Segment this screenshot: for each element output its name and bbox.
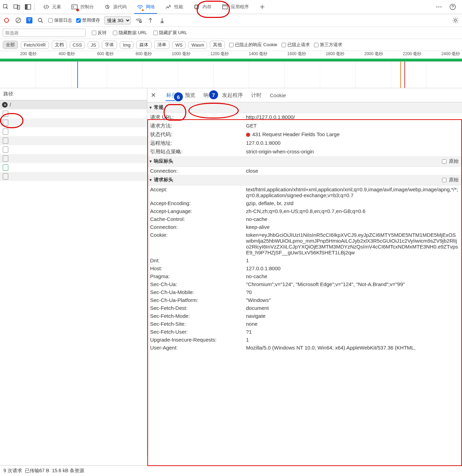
general-section-header[interactable]: ▼常规	[147, 102, 462, 113]
header-row: Sec-Fetch-User:?1	[147, 328, 462, 336]
response-headers-section[interactable]: ▼响应标头原始	[147, 156, 462, 167]
filter-row: 反转 隐藏数据 URL 隐藏扩展 URL	[0, 27, 462, 39]
detail-tabs: ✕ 标头 预览 响应 发起程序 计时 Cookie	[147, 88, 462, 102]
type-img[interactable]: Img	[120, 41, 134, 49]
status-resources: 15.6 kB 条资源	[52, 468, 84, 474]
third-party-checkbox[interactable]: 第三方请求	[314, 42, 342, 48]
tab-label: 内存	[203, 4, 212, 10]
download-har-icon[interactable]	[158, 17, 166, 24]
detail-tab-preview[interactable]: 预览	[184, 90, 196, 101]
svg-point-16	[454, 19, 456, 21]
svg-point-14	[38, 18, 42, 22]
application-icon	[221, 3, 229, 11]
tab-label: 网络	[146, 4, 155, 10]
detail-tab-cookies[interactable]: Cookie	[269, 90, 287, 100]
time-tick: 1800 毫秒	[308, 51, 347, 59]
detail-tab-headers[interactable]: 标头	[166, 90, 177, 101]
kv-value: no-cache	[246, 216, 459, 222]
time-ticks: 200 毫秒400 毫秒600 毫秒800 毫秒1000 毫秒1200 毫秒14…	[0, 51, 462, 59]
invert-checkbox[interactable]: 反转	[92, 30, 107, 36]
preserve-log-checkbox[interactable]: 保留日志	[48, 17, 72, 23]
tab-label: 源代码	[113, 4, 127, 10]
time-tick: 1400 毫秒	[231, 51, 269, 59]
tab-add[interactable]	[254, 0, 271, 14]
hide-data-url-checkbox[interactable]: 隐藏数据 URL	[113, 30, 147, 36]
clear-button[interactable]	[14, 17, 22, 24]
tab-network[interactable]: 网络	[131, 0, 160, 14]
record-button[interactable]	[3, 17, 10, 24]
type-media[interactable]: 媒体	[136, 41, 151, 49]
kv-value: navigate	[246, 313, 459, 319]
filter-input[interactable]	[3, 29, 86, 37]
type-other[interactable]: 其他	[210, 41, 225, 49]
kv-value: document	[246, 305, 459, 311]
type-font[interactable]: 字体	[102, 41, 117, 49]
type-manifest[interactable]: 清单	[154, 41, 169, 49]
settings-gear-icon[interactable]	[452, 17, 459, 24]
tab-performance[interactable]: 性能	[160, 0, 188, 14]
kv-value: no-cache	[246, 273, 459, 279]
dock-icon[interactable]	[24, 3, 32, 11]
kv-key: Sec-Fetch-Dest:	[150, 305, 246, 311]
raw-response-checkbox[interactable]: 原始	[441, 158, 459, 165]
kv-value: 127.0.0.1:8000	[246, 265, 459, 271]
file-icon	[3, 129, 8, 135]
kv-key: Sec-Ch-Ua:	[150, 281, 246, 287]
type-wasm[interactable]: Wasm	[188, 41, 207, 49]
tab-application[interactable]: 应用程序	[216, 0, 254, 14]
type-all[interactable]: 全部	[3, 41, 18, 49]
kv-key: User-Agent:	[150, 345, 246, 351]
tab-console[interactable]: 控制台	[66, 0, 99, 14]
upload-har-icon[interactable]	[147, 17, 154, 24]
blocked-cookie-checkbox[interactable]: 已阻止的响应 Cookie	[229, 42, 277, 48]
type-doc[interactable]: 文档	[52, 41, 67, 49]
network-icon	[136, 3, 144, 11]
header-row: Accept-Language:zh-CN,zh;q=0.9,en-US;q=0…	[147, 207, 462, 215]
close-detail-button[interactable]: ✕	[151, 91, 156, 99]
kv-key: Sec-Ch-Ua-Mobile:	[150, 289, 246, 295]
disable-cache-checkbox[interactable]: 禁用缓存	[76, 17, 100, 23]
raw-request-checkbox[interactable]: 原始	[441, 177, 459, 183]
header-row: Accept:text/html,application/xhtml+xml,a…	[147, 185, 462, 199]
kv-key: Cookie:	[150, 232, 246, 255]
plus-icon	[258, 3, 266, 11]
svg-rect-2	[17, 6, 20, 9]
inspect-icon[interactable]	[2, 3, 10, 11]
type-js[interactable]: JS	[88, 41, 99, 49]
file-icon	[3, 146, 8, 153]
request-headers-section[interactable]: ▼请求标头原始	[147, 175, 462, 185]
performance-icon	[165, 3, 172, 11]
filter-toggle[interactable]	[26, 17, 32, 23]
svg-point-10	[439, 7, 440, 8]
time-tick: 400 毫秒	[39, 51, 77, 59]
tab-elements[interactable]: 元素	[38, 0, 66, 14]
tab-memory[interactable]: 内存	[188, 0, 216, 14]
search-icon[interactable]	[37, 17, 44, 24]
checkbox-label: 禁用缓存	[82, 17, 100, 23]
tab-sources[interactable]: 源代码	[99, 0, 131, 14]
more-icon[interactable]	[435, 3, 443, 11]
path-header[interactable]: 路径	[0, 88, 147, 100]
kv-key: Upgrade-Insecure-Requests:	[150, 337, 246, 343]
type-css[interactable]: CSS	[70, 41, 85, 49]
time-graph[interactable]	[0, 62, 462, 88]
blocked-request-checkbox[interactable]: 已阻止请求	[282, 42, 310, 48]
throttling-select[interactable]: 慢速 3G	[104, 16, 131, 24]
request-row[interactable]: ✕/	[0, 100, 147, 109]
type-ws[interactable]: WS	[172, 41, 186, 49]
type-fetch[interactable]: Fetch/XHR	[21, 41, 49, 49]
detail-tab-timing[interactable]: 计时	[250, 90, 262, 101]
device-icon[interactable]	[13, 3, 21, 11]
tab-strip: 元素 控制台 源代码 网络 性能 内存 应用程序	[38, 0, 271, 14]
hide-ext-url-checkbox[interactable]: 隐藏扩展 URL	[153, 30, 187, 36]
top-right-icons	[435, 3, 460, 11]
detail-tab-response[interactable]: 响应	[203, 90, 215, 101]
detail-pane: ✕ 标头 预览 响应 发起程序 计时 Cookie ▼常规 请求 URL:htt…	[147, 88, 462, 456]
help-icon[interactable]	[449, 3, 456, 11]
timeline-overview[interactable]: 200 毫秒400 毫秒600 毫秒800 毫秒1000 毫秒1200 毫秒14…	[0, 51, 462, 62]
kv-value: "Chromium";v="124", "Microsoft Edge";v="…	[246, 281, 459, 287]
header-row: Host:127.0.0.1:8000	[147, 264, 462, 272]
kv-value: http://127.0.0.1:8000/	[246, 114, 459, 121]
network-conditions-icon[interactable]	[135, 17, 142, 24]
detail-tab-initiator[interactable]: 发起程序	[222, 90, 244, 101]
